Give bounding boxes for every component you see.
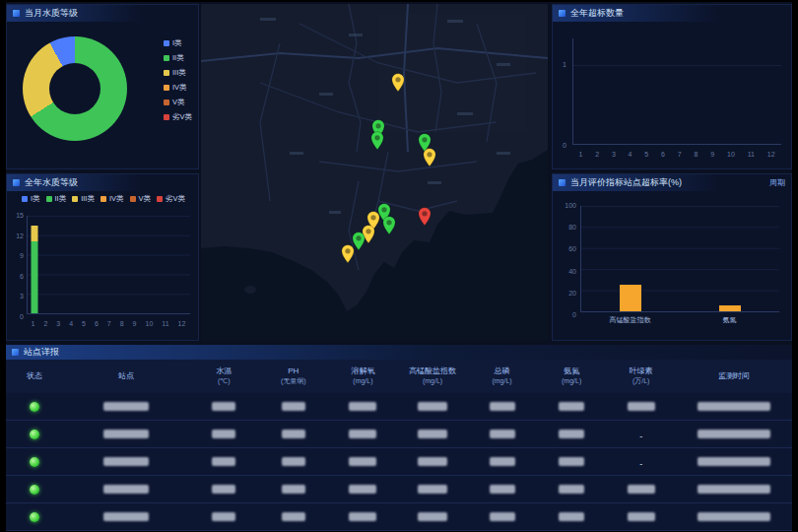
- axis-tick: 8: [695, 151, 698, 158]
- axis-tick: 5: [644, 151, 648, 158]
- legend-item-4[interactable]: V类: [164, 98, 192, 107]
- legend-item-1[interactable]: II类: [46, 194, 67, 204]
- y-tick: 1: [563, 61, 566, 68]
- axis-tick: 2: [595, 151, 599, 158]
- redacted-value: [698, 512, 770, 521]
- redacted-value: [628, 485, 655, 494]
- legend-item-4[interactable]: V类: [130, 194, 152, 204]
- legend-label: II类: [55, 194, 67, 204]
- status-indicator: [30, 402, 39, 412]
- map-pin-0[interactable]: [391, 73, 405, 93]
- axis-tick: 3: [612, 151, 616, 158]
- legend-swatch: [72, 196, 78, 202]
- map-pin-8[interactable]: [418, 207, 432, 227]
- legend-swatch: [164, 114, 169, 120]
- legend-label: III类: [172, 68, 186, 78]
- status-indicator: [30, 512, 39, 522]
- redacted-value: [103, 512, 149, 521]
- redacted-value: [559, 485, 584, 494]
- redacted-value: [698, 430, 770, 438]
- redacted-value: [349, 430, 376, 438]
- bar-segment: [31, 241, 37, 313]
- panel-title: 全年超标数量: [570, 7, 624, 20]
- axis-tick: 12: [767, 151, 775, 158]
- axis-tick: 2: [43, 320, 47, 327]
- map-pin-2[interactable]: [370, 131, 384, 151]
- redacted-value: [490, 512, 515, 521]
- legend-item-2[interactable]: III类: [72, 194, 95, 204]
- legend-item-3[interactable]: IV类: [100, 194, 124, 204]
- redacted-value: [418, 402, 447, 411]
- redacted-value: [490, 457, 515, 466]
- legend-label: IV类: [172, 83, 187, 93]
- axis-tick: 15: [16, 212, 24, 219]
- axis-tick: 80: [568, 224, 576, 231]
- status-indicator: [30, 457, 39, 467]
- annual-bar-chart[interactable]: [27, 216, 190, 314]
- axis-tick: 60: [568, 245, 576, 252]
- exceed-line-chart[interactable]: [572, 38, 781, 145]
- redacted-value: [559, 430, 584, 438]
- panel-header: 当月评价指标站点超标率(%) 周期: [553, 174, 791, 191]
- legend-item-0[interactable]: I类: [22, 194, 40, 204]
- legend-swatch: [46, 196, 52, 202]
- panel-icon: [13, 179, 20, 186]
- axis-tick: 3: [20, 293, 24, 299]
- axis-tick: 11: [162, 320, 168, 327]
- table-body: --: [6, 393, 792, 531]
- donut-chart[interactable]: [23, 36, 127, 141]
- map-pin-11[interactable]: [341, 244, 355, 264]
- redacted-value: [628, 402, 655, 411]
- redacted-value: [282, 402, 305, 411]
- redacted-value: [103, 430, 149, 438]
- redacted-value: [212, 485, 235, 494]
- redacted-value: [490, 430, 515, 438]
- legend-item-5[interactable]: 劣V类: [157, 194, 185, 204]
- legend-item-5[interactable]: 劣V类: [164, 112, 192, 122]
- legend-label: 劣V类: [166, 194, 185, 204]
- station-map[interactable]: [201, 4, 548, 341]
- legend-label: V类: [172, 98, 185, 107]
- axis-tick: 12: [16, 233, 24, 239]
- annual-legend: I类II类III类IV类V类劣V类: [13, 194, 194, 204]
- y-tick: 0: [563, 142, 566, 149]
- pin-icon: [418, 207, 432, 227]
- legend-item-3[interactable]: IV类: [164, 83, 192, 93]
- legend-item-0[interactable]: I类: [164, 38, 192, 48]
- legend-swatch: [164, 55, 169, 61]
- axis-tick: 6: [95, 320, 99, 327]
- redacted-value: [282, 485, 305, 494]
- legend-swatch: [164, 70, 169, 76]
- rate-bar-1[interactable]: [719, 305, 741, 311]
- table-header-strip: 站点详报: [6, 345, 792, 360]
- redacted-value: [559, 402, 584, 411]
- period-selector[interactable]: 周期: [769, 177, 785, 188]
- table-row: [6, 393, 792, 421]
- redacted-value: [103, 457, 149, 466]
- axis-tick: 0: [572, 311, 576, 318]
- legend-swatch: [22, 196, 28, 202]
- category-label: 高锰酸盐指数: [580, 315, 680, 325]
- redacted-value: [418, 457, 447, 466]
- redacted-value: [490, 402, 515, 411]
- map-pin-4[interactable]: [423, 148, 436, 167]
- rate-bar-0[interactable]: [620, 285, 641, 311]
- stacked-bar-month-1[interactable]: [31, 216, 37, 313]
- rate-bar-chart[interactable]: [580, 206, 779, 312]
- table-row: -: [6, 421, 792, 448]
- redacted-value: [282, 430, 305, 438]
- legend-item-1[interactable]: II类: [164, 53, 192, 63]
- map-pin-7[interactable]: [382, 216, 396, 235]
- legend-item-2[interactable]: III类: [164, 68, 192, 78]
- legend-swatch: [130, 196, 136, 202]
- pin-icon: [423, 148, 436, 167]
- cell-value: -: [639, 432, 642, 441]
- column-header: 站点: [63, 371, 189, 381]
- redacted-value: [418, 430, 447, 438]
- axis-tick: 100: [565, 202, 576, 209]
- axis-tick: 6: [20, 273, 24, 280]
- panel-icon: [12, 349, 19, 356]
- y-axis: 15129630: [7, 212, 24, 320]
- panel-annual-exceed: 全年超标数量 1 0 123456789101112: [552, 4, 792, 169]
- map-basemap: [201, 4, 548, 341]
